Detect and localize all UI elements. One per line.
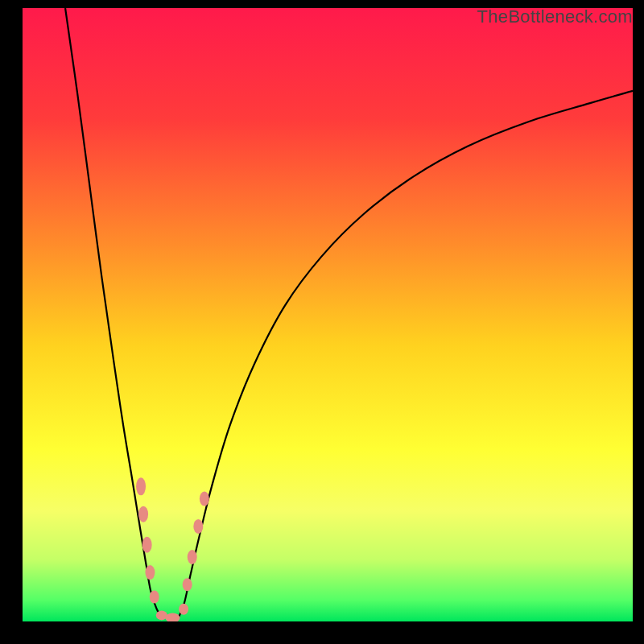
data-point <box>138 506 148 522</box>
data-point <box>145 565 155 580</box>
chart-svg <box>23 8 633 621</box>
data-point <box>200 492 209 506</box>
data-point <box>188 550 197 564</box>
data-point <box>142 537 152 553</box>
data-point <box>183 578 192 591</box>
chart-plot-area <box>23 8 633 621</box>
data-point <box>150 591 159 604</box>
data-point <box>179 604 188 615</box>
data-point <box>193 519 203 534</box>
chart-background <box>23 8 633 621</box>
chart-frame: TheBottleneck.com <box>0 0 644 644</box>
data-point <box>136 477 146 495</box>
